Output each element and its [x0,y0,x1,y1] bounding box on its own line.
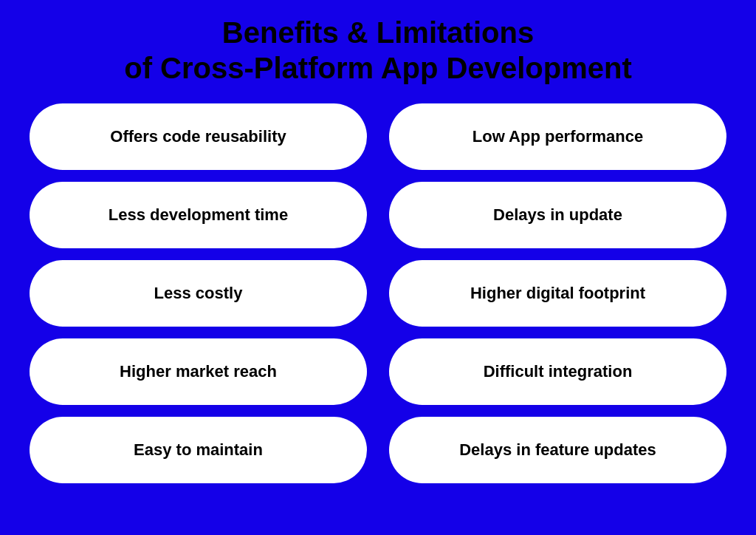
card-text-higher-market-reach: Higher market reach [120,361,277,382]
card-text-offers-code-reusability: Offers code reusability [110,126,286,147]
page-title: Benefits & Limitations of Cross-Platform… [124,15,631,86]
card-text-less-development-time: Less development time [109,205,288,225]
card-higher-digital-footprint: Higher digital footprint [389,260,726,327]
card-text-higher-digital-footprint: Higher digital footprint [470,283,645,304]
card-delays-in-feature-updates: Delays in feature updates [389,417,726,483]
card-text-difficult-integration: Difficult integration [484,361,633,382]
card-difficult-integration: Difficult integration [389,338,726,405]
card-higher-market-reach: Higher market reach [30,338,367,405]
card-less-costly: Less costly [30,260,367,327]
card-delays-in-update: Delays in update [389,182,726,248]
card-text-easy-to-maintain: Easy to maintain [134,440,263,460]
card-low-app-performance: Low App performance [389,103,726,170]
card-offers-code-reusability: Offers code reusability [30,103,367,170]
card-text-delays-in-feature-updates: Delays in feature updates [459,440,656,460]
card-text-low-app-performance: Low App performance [472,126,643,147]
cards-grid: Offers code reusabilityLow App performan… [30,103,726,483]
card-easy-to-maintain: Easy to maintain [30,417,367,483]
card-text-less-costly: Less costly [154,283,243,304]
card-text-delays-in-update: Delays in update [493,205,622,225]
card-less-development-time: Less development time [30,182,367,248]
